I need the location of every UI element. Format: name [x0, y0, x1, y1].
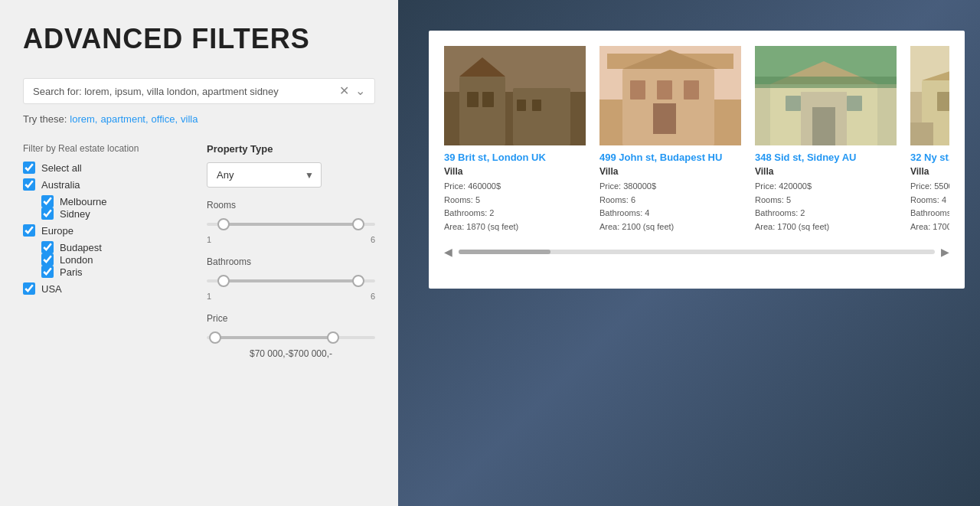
property-card-london: 39 Brit st, London UK Villa Price: 46000… [444, 46, 586, 233]
try-these-label: Try these: [23, 113, 67, 125]
left-panel: ADVANCED FILTERS ✕ ⌄ Try these: lorem, a… [0, 0, 398, 506]
try-link-apartment[interactable]: apartment, [100, 113, 148, 125]
card-title-newyork[interactable]: 32 Ny st, New York, N [910, 152, 949, 163]
location-checkbox-group: Select all Australia Melbourne Sidney [23, 162, 191, 295]
checkbox-select-all-input[interactable] [23, 162, 35, 174]
price-slider-section: Price $70 000,-$700 000,- [207, 313, 375, 359]
price-thumb-max[interactable] [327, 331, 339, 344]
rooms-label: Rooms [207, 200, 375, 211]
checkbox-london[interactable]: London [41, 253, 191, 266]
bathrooms-slider[interactable] [207, 273, 375, 289]
card-details-london: Price: 460000$ Rooms: 5 Bathrooms: 2 Are… [444, 180, 586, 233]
clear-icon[interactable]: ✕ [339, 85, 349, 97]
svg-rect-12 [630, 80, 645, 100]
price-track [207, 336, 375, 339]
checkbox-budapest-input[interactable] [41, 241, 54, 253]
cards-container: 39 Brit st, London UK Villa Price: 46000… [429, 31, 965, 289]
scroll-left-arrow[interactable]: ◀ [444, 246, 452, 258]
card-area-newyork: Area: 1700 (sq feet) [910, 220, 949, 234]
checkbox-london-input[interactable] [41, 253, 54, 266]
cards-scrollbar: ◀ ▶ [444, 246, 949, 258]
try-link-lorem[interactable]: lorem, [70, 113, 97, 125]
rooms-min-label: 1 [207, 235, 211, 244]
scroll-right-arrow[interactable]: ▶ [941, 246, 949, 258]
price-slider[interactable] [207, 330, 375, 345]
right-panel: 39 Brit st, London UK Villa Price: 46000… [398, 0, 980, 506]
card-price-newyork: Price: 550000$ [910, 180, 949, 194]
rooms-slider[interactable] [207, 217, 375, 232]
price-range-label: $70 000,-$700 000,- [207, 348, 375, 359]
scrollbar-track[interactable] [459, 250, 935, 254]
svg-rect-35 [910, 122, 933, 145]
svg-rect-25 [812, 107, 835, 145]
price-label: Price [207, 313, 375, 324]
checkbox-australia-input[interactable] [23, 178, 35, 191]
checkbox-paris[interactable]: Paris [41, 266, 191, 278]
property-image-budapest [599, 46, 741, 145]
card-rooms-newyork: Rooms: 4 [910, 194, 949, 207]
checkbox-melbourne-label: Melbourne [60, 196, 106, 207]
bathrooms-thumb-max[interactable] [352, 275, 364, 287]
card-title-sidney[interactable]: 348 Sid st, Sidney AU [755, 152, 897, 163]
card-price-sidney: Price: 420000$ [755, 180, 897, 194]
checkbox-usa[interactable]: USA [23, 282, 191, 295]
property-type-filter: Property Type Any Villa Apartment Office… [207, 143, 375, 359]
card-bathrooms-budapest: Bathrooms: 4 [599, 207, 741, 220]
property-card-budapest: 499 John st, Budapest HU Villa Price: 38… [599, 46, 741, 233]
svg-rect-24 [847, 96, 862, 111]
checkbox-melbourne-input[interactable] [41, 195, 54, 207]
card-title-london[interactable]: 39 Brit st, London UK [444, 152, 586, 163]
checkbox-melbourne[interactable]: Melbourne [41, 195, 191, 207]
card-type-newyork: Villa [910, 166, 949, 177]
property-image-sidney [755, 46, 897, 145]
price-thumb-min[interactable] [209, 331, 221, 344]
search-input[interactable] [33, 86, 339, 97]
rooms-fill [224, 223, 358, 226]
checkbox-paris-label: Paris [60, 266, 83, 278]
checkbox-select-all-label: Select all [41, 162, 82, 174]
svg-rect-2 [459, 77, 505, 145]
svg-rect-31 [937, 92, 949, 111]
property-card-sidney: 348 Sid st, Sidney AU Villa Price: 42000… [755, 46, 897, 233]
svg-rect-6 [517, 100, 526, 111]
checkbox-australia[interactable]: Australia [23, 178, 191, 191]
rooms-track [207, 223, 375, 226]
svg-rect-23 [786, 96, 801, 111]
card-title-budapest[interactable]: 499 John st, Budapest HU [599, 152, 741, 163]
checkbox-usa-input[interactable] [23, 282, 35, 295]
bathrooms-max-label: 6 [371, 292, 375, 301]
card-price-london: Price: 460000$ [444, 180, 586, 194]
checkbox-budapest[interactable]: Budapest [41, 241, 191, 253]
card-rooms-budapest: Rooms: 6 [599, 194, 741, 207]
card-bathrooms-newyork: Bathrooms: 2 [910, 207, 949, 220]
search-bar: ✕ ⌄ [23, 78, 375, 104]
svg-rect-13 [657, 80, 672, 100]
checkbox-sidney[interactable]: Sidney [41, 207, 191, 220]
card-rooms-sidney: Rooms: 5 [755, 194, 897, 207]
checkbox-paris-input[interactable] [41, 266, 54, 278]
checkbox-sidney-input[interactable] [41, 207, 54, 220]
rooms-max-label: 6 [371, 235, 375, 244]
chevron-down-icon[interactable]: ⌄ [355, 85, 365, 97]
rooms-slider-section: Rooms 1 6 [207, 200, 375, 244]
bathrooms-fill [224, 279, 358, 282]
rooms-thumb-max[interactable] [352, 218, 364, 230]
card-type-budapest: Villa [599, 166, 741, 177]
price-fill [215, 336, 333, 339]
property-type-select[interactable]: Any Villa Apartment Office House [207, 162, 322, 188]
svg-rect-15 [653, 103, 676, 134]
australia-children: Melbourne Sidney [23, 195, 191, 220]
page-title: ADVANCED FILTERS [23, 23, 375, 55]
svg-rect-7 [532, 100, 541, 111]
checkbox-europe-label: Europe [41, 225, 74, 237]
checkbox-europe[interactable]: Europe [23, 224, 191, 237]
filter-section-title: Filter by Real estate location [23, 143, 191, 154]
scrollbar-thumb [459, 250, 550, 254]
try-link-villa[interactable]: villa [181, 113, 198, 125]
bathrooms-thumb-min[interactable] [217, 275, 230, 287]
cards-scroll: 39 Brit st, London UK Villa Price: 46000… [444, 46, 949, 233]
try-link-office[interactable]: office, [152, 113, 178, 125]
checkbox-europe-input[interactable] [23, 224, 35, 237]
checkbox-select-all[interactable]: Select all [23, 162, 191, 174]
rooms-thumb-min[interactable] [217, 218, 230, 230]
